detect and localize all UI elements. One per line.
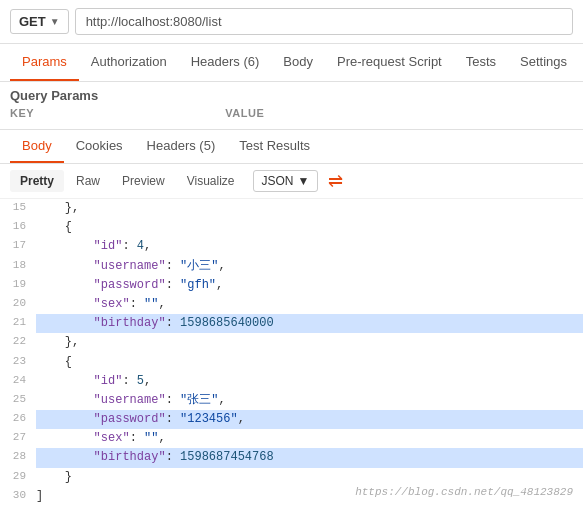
tab-response-cookies[interactable]: Cookies [64,130,135,163]
code-line-22: 22 }, [0,333,583,352]
response-tabs: Body Cookies Headers (5) Test Results [0,130,583,164]
format-preview[interactable]: Preview [112,170,175,192]
code-line-27: 27 "sex": "", [0,429,583,448]
tab-pre-request[interactable]: Pre-request Script [325,44,454,81]
json-label: JSON [262,174,294,188]
code-line-23: 23 { [0,353,583,372]
format-visualize[interactable]: Visualize [177,170,245,192]
chevron-down-icon: ▼ [50,16,60,27]
query-params-label: Query Params [10,88,573,103]
code-line-21: 21 "birthday": 1598685640000 [0,314,583,333]
url-input[interactable] [75,8,573,35]
wrap-button[interactable]: ⇌ [328,172,343,190]
tab-response-body[interactable]: Body [10,130,64,163]
code-line-15: 15 }, [0,199,583,218]
tab-params[interactable]: Params [10,44,79,81]
chevron-down-icon: ▼ [298,174,310,188]
tab-settings[interactable]: Settings [508,44,579,81]
code-line-18: 18 "username": "小三", [0,257,583,276]
json-format-select[interactable]: JSON ▼ [253,170,319,192]
tab-response-headers[interactable]: Headers (5) [135,130,228,163]
format-raw[interactable]: Raw [66,170,110,192]
code-line-17: 17 "id": 4, [0,237,583,256]
code-line-24: 24 "id": 5, [0,372,583,391]
tab-tests[interactable]: Tests [454,44,508,81]
format-pretty[interactable]: Pretty [10,170,64,192]
url-bar: GET ▼ [0,0,583,44]
request-tabs: Params Authorization Headers (6) Body Pr… [0,44,583,82]
format-tabs: Pretty Raw Preview Visualize JSON ▼ ⇌ [0,164,583,199]
code-line-25: 25 "username": "张三", [0,391,583,410]
method-label: GET [19,14,46,29]
code-line-20: 20 "sex": "", [0,295,583,314]
tab-headers[interactable]: Headers (6) [179,44,272,81]
method-select[interactable]: GET ▼ [10,9,69,34]
watermark: https://blog.csdn.net/qq_48123829 [355,484,573,502]
col-value: VALUE [225,103,573,123]
code-line-19: 19 "password": "gfh", [0,276,583,295]
code-area[interactable]: 15 }, 16 { 17 "id": 4, 18 "username": "小… [0,199,583,506]
tab-authorization[interactable]: Authorization [79,44,179,81]
code-line-16: 16 { [0,218,583,237]
tab-body[interactable]: Body [271,44,325,81]
params-table: KEY VALUE [10,103,573,123]
code-line-26: 26 "password": "123456", [0,410,583,429]
tab-response-test-results[interactable]: Test Results [227,130,322,163]
code-line-28: 28 "birthday": 1598687454768 [0,448,583,467]
col-key: KEY [10,103,225,123]
query-params-section: Query Params KEY VALUE [0,82,583,130]
